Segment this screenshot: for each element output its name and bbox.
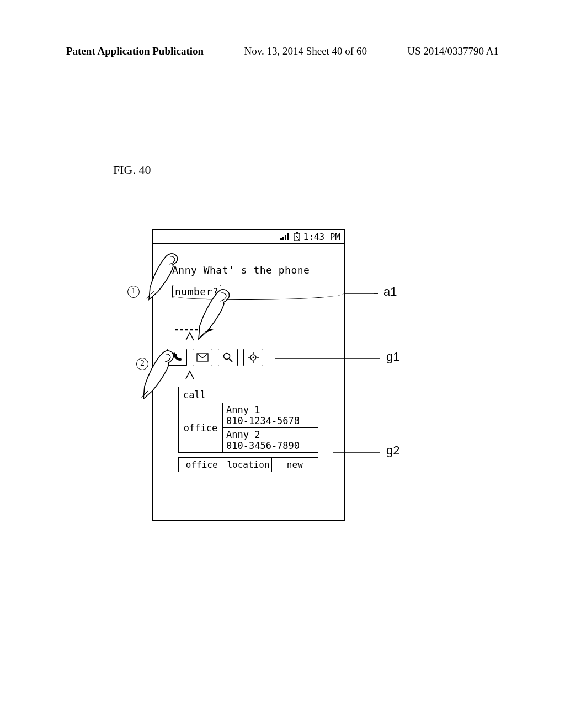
tab-location[interactable]: location (225, 457, 271, 472)
caret-up-icon (185, 369, 195, 381)
note-line-1: Anny What' s the phone (172, 255, 344, 277)
svg-point-12 (224, 354, 230, 360)
locate-icon[interactable] (243, 349, 263, 366)
highlighted-word[interactable]: number? (172, 285, 221, 298)
svg-line-8 (295, 237, 299, 240)
svg-rect-6 (296, 232, 298, 234)
svg-rect-3 (287, 233, 289, 240)
contact-list: Anny 1 010-1234-5678 Anny 2 010-3456-789… (223, 403, 318, 452)
svg-point-15 (253, 357, 254, 358)
call-panel-body: office Anny 1 010-1234-5678 Anny 2 010-3… (179, 403, 318, 452)
svg-marker-10 (205, 326, 214, 333)
contact-number: 010-3456-7890 (226, 440, 315, 451)
leader-line (333, 449, 385, 456)
call-panel-tabs: office location new (178, 457, 318, 472)
svg-rect-1 (282, 237, 284, 240)
search-icon[interactable] (218, 349, 238, 366)
action-icon-row (167, 349, 263, 366)
leader-line (345, 290, 383, 297)
svg-rect-2 (285, 235, 286, 240)
contact-name: Anny 2 (226, 429, 315, 440)
note-area[interactable]: Anny What' s the phone number? (153, 244, 344, 322)
svg-line-13 (230, 359, 233, 362)
header-right: US 2014/0337790 A1 (407, 45, 499, 57)
tab-new[interactable]: new (272, 457, 318, 472)
callout-a1: a1 (383, 285, 397, 299)
header-left: Patent Application Publication (66, 45, 204, 57)
contact-item[interactable]: Anny 2 010-3456-7890 (223, 427, 318, 452)
step-marker-1: 1 (127, 286, 140, 298)
phone-icon[interactable] (167, 349, 187, 366)
phone-device: 1:43 PM Anny What' s the phone number? (152, 229, 345, 521)
contact-number: 010-1234-5678 (226, 415, 315, 426)
note-line-2: number? (172, 277, 344, 299)
header-center: Nov. 13, 2014 Sheet 40 of 60 (244, 45, 367, 57)
status-bar: 1:43 PM (153, 230, 344, 244)
leader-line (275, 355, 384, 362)
svg-rect-5 (294, 233, 300, 241)
callout-g1: g1 (386, 350, 399, 364)
call-panel-header: call (179, 387, 318, 403)
clock-text: 1:43 PM (303, 232, 340, 242)
tab-office[interactable]: office (178, 457, 225, 472)
mail-icon[interactable] (193, 349, 212, 366)
caret-up-icon (185, 330, 195, 342)
svg-line-7 (295, 235, 299, 238)
page-header: Patent Application Publication Nov. 13, … (0, 45, 565, 57)
signal-icon (280, 233, 290, 240)
figure-label: FIG. 40 (113, 163, 151, 177)
step-marker-2: 2 (136, 358, 148, 370)
callout-g2: g2 (386, 443, 399, 458)
contact-name: Anny 1 (226, 404, 315, 415)
note-line-3 (172, 299, 344, 322)
contact-item[interactable]: Anny 1 010-1234-5678 (223, 403, 318, 427)
battery-icon (294, 232, 300, 241)
call-panel: call office Anny 1 010-1234-5678 Anny 2 … (178, 387, 318, 453)
call-panel-category[interactable]: office (179, 403, 223, 452)
